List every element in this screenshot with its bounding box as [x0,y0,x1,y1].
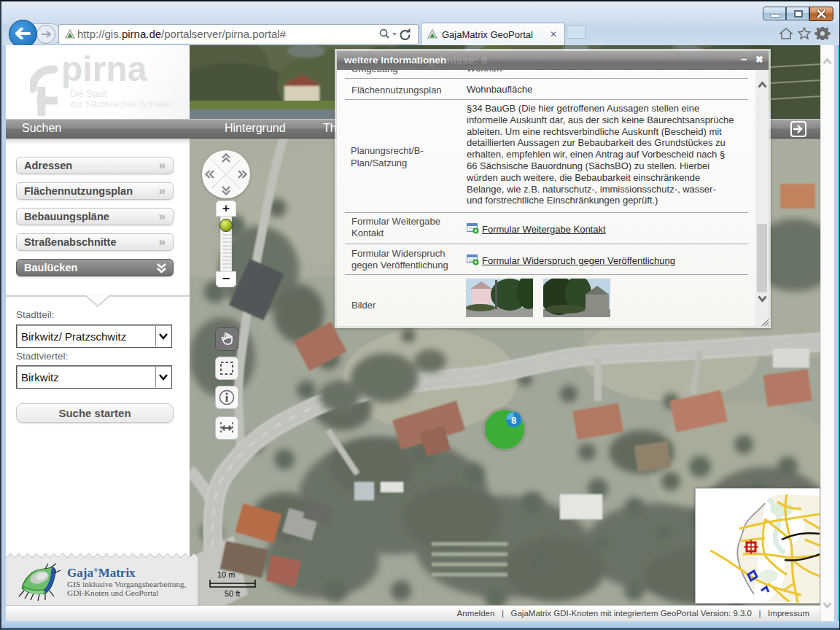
svg-text:zur Sächsischen Schweiz: zur Sächsischen Schweiz [70,99,174,109]
svg-text:50 ft: 50 ft [225,589,240,598]
svg-text:10 m: 10 m [217,570,235,579]
svg-text:Die Stadt: Die Stadt [70,89,108,99]
svg-text:pirna: pirna [61,50,147,88]
svg-text:8: 8 [511,415,516,426]
